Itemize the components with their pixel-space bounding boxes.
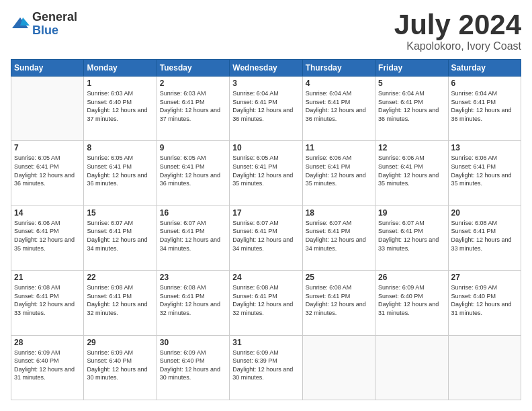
calendar-cell: 13Sunrise: 6:06 AMSunset: 6:41 PMDayligh…	[448, 141, 521, 205]
day-info: Sunrise: 6:06 AMSunset: 6:41 PMDaylight:…	[306, 154, 372, 187]
day-info: Sunrise: 6:08 AMSunset: 6:41 PMDaylight:…	[232, 283, 299, 317]
day-number: 28	[14, 338, 81, 347]
calendar-cell: 29Sunrise: 6:09 AMSunset: 6:40 PMDayligh…	[84, 335, 157, 400]
month-title: July 2024	[394, 11, 521, 39]
day-number: 10	[232, 143, 299, 152]
day-info: Sunrise: 6:09 AMSunset: 6:40 PMDaylight:…	[378, 283, 445, 317]
day-info: Sunrise: 6:08 AMSunset: 6:41 PMDaylight:…	[87, 283, 153, 317]
day-number: 15	[87, 208, 153, 218]
day-number: 11	[306, 143, 372, 152]
logo-blue: Blue	[32, 24, 77, 38]
day-info: Sunrise: 6:09 AMSunset: 6:40 PMDaylight:…	[160, 349, 226, 382]
day-info: Sunrise: 6:05 AMSunset: 6:41 PMDaylight:…	[232, 154, 299, 187]
logo-general: General	[32, 11, 77, 24]
day-info: Sunrise: 6:03 AMSunset: 6:40 PMDaylight:…	[87, 89, 153, 123]
calendar-day-header: Wednesday	[230, 60, 302, 77]
day-number: 22	[87, 273, 153, 282]
calendar-cell: 5Sunrise: 6:04 AMSunset: 6:41 PMDaylight…	[375, 77, 448, 141]
calendar-cell: 18Sunrise: 6:07 AMSunset: 6:41 PMDayligh…	[302, 205, 375, 270]
day-info: Sunrise: 6:08 AMSunset: 6:41 PMDaylight:…	[160, 283, 226, 317]
calendar-cell: 22Sunrise: 6:08 AMSunset: 6:41 PMDayligh…	[84, 271, 157, 335]
header: General Blue July 2024 Kapolokoro, Ivory…	[11, 11, 521, 52]
day-number: 5	[378, 79, 445, 88]
day-number: 6	[451, 79, 518, 88]
day-info: Sunrise: 6:07 AMSunset: 6:41 PMDaylight:…	[87, 219, 153, 253]
calendar-week-row: 7Sunrise: 6:05 AMSunset: 6:41 PMDaylight…	[11, 141, 521, 205]
calendar-day-header: Thursday	[302, 60, 375, 77]
day-number: 26	[378, 273, 445, 282]
calendar-cell: 25Sunrise: 6:08 AMSunset: 6:41 PMDayligh…	[302, 271, 375, 335]
day-info: Sunrise: 6:07 AMSunset: 6:41 PMDaylight:…	[232, 219, 299, 253]
location: Kapolokoro, Ivory Coast	[394, 40, 521, 52]
calendar-cell: 10Sunrise: 6:05 AMSunset: 6:41 PMDayligh…	[230, 141, 302, 205]
day-number: 9	[160, 143, 226, 152]
calendar-cell: 27Sunrise: 6:09 AMSunset: 6:40 PMDayligh…	[448, 271, 521, 335]
calendar-day-header: Friday	[375, 60, 448, 77]
calendar-day-header: Sunday	[11, 60, 84, 77]
day-number: 25	[306, 273, 372, 282]
logo: General Blue	[11, 11, 77, 38]
day-number: 13	[451, 143, 518, 152]
day-number: 12	[378, 143, 445, 152]
calendar-cell: 24Sunrise: 6:08 AMSunset: 6:41 PMDayligh…	[230, 271, 302, 335]
day-number: 3	[232, 79, 299, 88]
calendar-cell	[11, 77, 84, 141]
day-number: 31	[232, 338, 299, 347]
calendar-cell: 4Sunrise: 6:04 AMSunset: 6:41 PMDaylight…	[302, 77, 375, 141]
calendar-cell: 14Sunrise: 6:06 AMSunset: 6:41 PMDayligh…	[11, 205, 84, 270]
day-number: 17	[232, 208, 299, 218]
day-number: 2	[160, 79, 226, 88]
calendar-cell: 28Sunrise: 6:09 AMSunset: 6:40 PMDayligh…	[11, 335, 84, 400]
calendar-cell	[448, 335, 521, 400]
calendar-cell	[302, 335, 375, 400]
calendar-cell: 21Sunrise: 6:08 AMSunset: 6:41 PMDayligh…	[11, 271, 84, 335]
calendar-week-row: 28Sunrise: 6:09 AMSunset: 6:40 PMDayligh…	[11, 335, 521, 400]
calendar-table: SundayMondayTuesdayWednesdayThursdayFrid…	[11, 59, 521, 400]
calendar-cell: 7Sunrise: 6:05 AMSunset: 6:41 PMDaylight…	[11, 141, 84, 205]
day-info: Sunrise: 6:09 AMSunset: 6:39 PMDaylight:…	[232, 349, 299, 382]
day-info: Sunrise: 6:07 AMSunset: 6:41 PMDaylight:…	[306, 219, 372, 253]
calendar-day-header: Monday	[84, 60, 157, 77]
svg-marker-1	[20, 17, 30, 26]
calendar-header-row: SundayMondayTuesdayWednesdayThursdayFrid…	[11, 60, 521, 77]
day-info: Sunrise: 6:06 AMSunset: 6:41 PMDaylight:…	[451, 154, 518, 187]
calendar-cell: 8Sunrise: 6:05 AMSunset: 6:41 PMDaylight…	[84, 141, 157, 205]
day-info: Sunrise: 6:08 AMSunset: 6:41 PMDaylight:…	[306, 283, 372, 317]
day-info: Sunrise: 6:09 AMSunset: 6:40 PMDaylight:…	[14, 349, 81, 382]
day-number: 8	[87, 143, 153, 152]
calendar-cell: 9Sunrise: 6:05 AMSunset: 6:41 PMDaylight…	[157, 141, 229, 205]
calendar-cell: 17Sunrise: 6:07 AMSunset: 6:41 PMDayligh…	[230, 205, 302, 270]
calendar-week-row: 1Sunrise: 6:03 AMSunset: 6:40 PMDaylight…	[11, 77, 521, 141]
day-info: Sunrise: 6:09 AMSunset: 6:40 PMDaylight:…	[451, 283, 518, 317]
calendar-cell: 6Sunrise: 6:04 AMSunset: 6:41 PMDaylight…	[448, 77, 521, 141]
day-number: 7	[14, 143, 81, 152]
calendar-day-header: Saturday	[448, 60, 521, 77]
day-info: Sunrise: 6:04 AMSunset: 6:41 PMDaylight:…	[306, 89, 372, 123]
calendar-cell: 20Sunrise: 6:08 AMSunset: 6:41 PMDayligh…	[448, 205, 521, 270]
day-info: Sunrise: 6:04 AMSunset: 6:41 PMDaylight:…	[451, 89, 518, 123]
day-info: Sunrise: 6:07 AMSunset: 6:41 PMDaylight:…	[378, 219, 445, 253]
logo-icon	[11, 15, 30, 34]
calendar-week-row: 21Sunrise: 6:08 AMSunset: 6:41 PMDayligh…	[11, 271, 521, 335]
calendar-cell: 3Sunrise: 6:04 AMSunset: 6:41 PMDaylight…	[230, 77, 302, 141]
calendar-cell: 12Sunrise: 6:06 AMSunset: 6:41 PMDayligh…	[375, 141, 448, 205]
day-number: 14	[14, 208, 81, 218]
day-info: Sunrise: 6:06 AMSunset: 6:41 PMDaylight:…	[14, 219, 81, 253]
day-info: Sunrise: 6:05 AMSunset: 6:41 PMDaylight:…	[160, 154, 226, 187]
calendar-cell: 11Sunrise: 6:06 AMSunset: 6:41 PMDayligh…	[302, 141, 375, 205]
day-info: Sunrise: 6:08 AMSunset: 6:41 PMDaylight:…	[451, 219, 518, 253]
day-number: 27	[451, 273, 518, 282]
day-info: Sunrise: 6:08 AMSunset: 6:41 PMDaylight:…	[14, 283, 81, 317]
calendar-cell: 31Sunrise: 6:09 AMSunset: 6:39 PMDayligh…	[230, 335, 302, 400]
day-info: Sunrise: 6:09 AMSunset: 6:40 PMDaylight:…	[87, 349, 153, 382]
day-number: 4	[306, 79, 372, 88]
day-number: 16	[160, 208, 226, 218]
page: General Blue July 2024 Kapolokoro, Ivory…	[0, 0, 532, 411]
calendar-cell: 15Sunrise: 6:07 AMSunset: 6:41 PMDayligh…	[84, 205, 157, 270]
day-info: Sunrise: 6:07 AMSunset: 6:41 PMDaylight:…	[160, 219, 226, 253]
day-info: Sunrise: 6:06 AMSunset: 6:41 PMDaylight:…	[378, 154, 445, 187]
calendar-cell: 23Sunrise: 6:08 AMSunset: 6:41 PMDayligh…	[157, 271, 229, 335]
calendar-day-header: Tuesday	[157, 60, 229, 77]
calendar-cell: 30Sunrise: 6:09 AMSunset: 6:40 PMDayligh…	[157, 335, 229, 400]
day-number: 29	[87, 338, 153, 347]
